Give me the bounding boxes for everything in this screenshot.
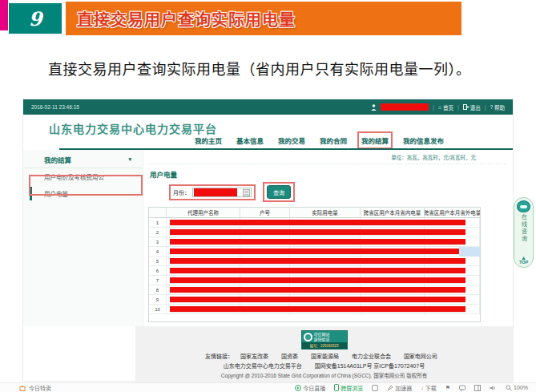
caret-down-icon: ▾ (128, 156, 131, 163)
footer-icp: 国网安备1514A01LP号 京ICP备17072407号 (315, 363, 425, 369)
accent-strip (0, 0, 8, 30)
col-intra-province: 跨省区用户本月省内电量 (361, 208, 425, 218)
window-icon[interactable] (372, 385, 378, 391)
live-stream-item[interactable]: 今日直播 (295, 384, 325, 392)
magnifier-icon (506, 385, 512, 391)
timestamp: 2016-02-11 23:46:15 (31, 104, 79, 110)
browser-status-bar: 今日特卖 今日直播 跨屏浏览 加速器 ↓ 下载 ⚑ (0, 382, 536, 392)
col-extra-province: 跨省区用户本月省外电量 (425, 208, 480, 218)
trusted-site-badge[interactable]: 可信网站 身份验证 编号：229160323 (301, 330, 348, 350)
table-row[interactable]: 5 (149, 257, 480, 266)
table-row[interactable]: 7 (149, 276, 480, 285)
energy-table: 代理用户名称 户号 实际用电量 跨省区用户本月省内电量 跨省区用户本月省外电量 … (148, 207, 481, 322)
friend-links-label: 友情链接： (205, 354, 233, 359)
help-icon: ? (490, 104, 493, 110)
redacted-row-data (170, 268, 465, 274)
nav-my-trade[interactable]: 我的交易 (278, 135, 305, 145)
footer-link-ndrc[interactable]: 国家发改委 (240, 354, 268, 359)
zoom-level: 100% (514, 385, 528, 390)
play-circle-icon (295, 385, 301, 391)
help-link[interactable]: ? 帮助 (490, 103, 505, 111)
redacted-row-data (170, 249, 465, 255)
app-header: 山东电力交易中心电力交易平台 我的主页 基本信息 我的交易 我的合同 我的结算 … (23, 115, 513, 150)
panel-title: 用户电量 (150, 169, 506, 179)
col-agent-user-name: 代理用户名称 (167, 208, 240, 218)
query-button[interactable]: 查询 (267, 185, 291, 199)
daily-sale-item[interactable]: 今日特卖 (19, 384, 51, 392)
download-item[interactable]: ↓ 下载 (421, 384, 437, 392)
table-row[interactable]: 6 (149, 266, 480, 276)
sidebar-item-user-energy[interactable]: 用户电量 (23, 185, 143, 202)
footer-link-sgcc[interactable]: 国家电网公司 (404, 354, 437, 359)
redacted-row-data (170, 220, 465, 226)
footer-copyright: Copyright @ 2010-2016 State Grid Corpora… (135, 371, 513, 379)
accelerator-item[interactable]: 加速器 (387, 384, 412, 392)
app-screenshot: 2016-02-11 23:46:15 | ⌂ 首页 | 退出 | ? 帮助 (22, 99, 514, 382)
col-account-no: 户号 (240, 208, 290, 218)
redacted-row-data (170, 297, 465, 303)
redacted-row-data (170, 287, 465, 293)
nav-my-contract[interactable]: 我的合同 (320, 135, 347, 145)
service-mascot-icon (517, 200, 530, 212)
nav-my-settlement[interactable]: 我的结算 (361, 135, 389, 145)
layout-icon[interactable] (474, 385, 481, 391)
redacted-row-data (170, 277, 465, 284)
col-actual-usage: 实际用电量 (290, 208, 361, 218)
footer-link-cec[interactable]: 电力企业联合会 (352, 354, 391, 359)
sidebar-header[interactable]: 我的结算 ▾ (23, 152, 143, 168)
app-footer: 可信网站 身份验证 编号：229160323 友情链接： 国家发改委 国资委 国… (135, 326, 513, 382)
logout-icon (463, 104, 469, 110)
gift-bag-icon (19, 385, 26, 391)
rocket-icon (387, 385, 393, 391)
flag-icon[interactable]: ⚑ (445, 385, 450, 391)
cross-screen-item[interactable]: 跨屏浏览 (334, 384, 363, 392)
nav-basic-info[interactable]: 基本信息 (236, 135, 264, 145)
table-row[interactable]: 3 (149, 237, 480, 247)
table-header-row: 代理用户名称 户号 实际用电量 跨省区用户本月省内电量 跨省区用户本月省外电量 (149, 208, 480, 218)
home-link[interactable]: ⌂ 首页 (438, 103, 453, 111)
page-zoom-item[interactable]: 100% (506, 385, 528, 391)
nav-my-home[interactable]: 我的主页 (195, 135, 222, 145)
month-input[interactable] (192, 188, 252, 197)
sidebar: 我的结算 ▾ 用户电价及考核费用公 用户电量 (23, 150, 143, 326)
footer-link-sasac[interactable]: 国资委 (281, 354, 298, 359)
badge-number: 编号：229160323 (302, 342, 347, 349)
globe-icon (304, 333, 312, 341)
slide-title: 直接交易用户查询实际用电量 (77, 7, 296, 30)
table-row[interactable]: 9 (149, 295, 480, 305)
footer-site-name: 山东电力交易中心电力交易平台 (224, 363, 302, 369)
redacted-month-value (194, 188, 237, 196)
footer-link-nea[interactable]: 国家能源局 (311, 354, 339, 359)
home-icon: ⌂ (438, 104, 441, 110)
month-label: 月份： (173, 188, 190, 196)
table-row[interactable]: 10 (149, 305, 480, 314)
logout-link[interactable]: 退出 (463, 103, 481, 111)
slide-title-banner: 直接交易用户查询实际用电量 (66, 2, 461, 35)
table-row[interactable]: 8 (149, 285, 480, 295)
month-annotation-box: 月份： (169, 184, 256, 200)
calendar-icon[interactable] (243, 189, 250, 196)
query-annotation-box: 查询 (263, 182, 295, 202)
col-index (149, 208, 167, 218)
sidebar-item-price-publicity[interactable]: 用户电价及考核费用公 (23, 168, 143, 185)
online-service-widget[interactable]: 在线咨询 ▲ TOP (514, 197, 534, 268)
table-filler (149, 314, 480, 321)
redacted-row-data (170, 258, 465, 265)
back-to-top-button[interactable]: ▲ TOP (519, 255, 528, 265)
slide-number: 9 (9, 3, 62, 34)
units-note: 单位：兆瓦，兆瓦时，元/兆瓦时，元 (148, 150, 506, 164)
table-row[interactable]: 2 (149, 228, 480, 237)
redacted-row-data (170, 229, 465, 236)
speaker-icon[interactable] (490, 385, 497, 391)
table-row-selected[interactable]: 4 (149, 247, 480, 257)
download-icon: ↓ (421, 385, 424, 390)
nav-my-info-publish[interactable]: 我的信息发布 (403, 135, 444, 145)
platform-logo: 山东电力交易中心电力交易平台 (49, 120, 217, 136)
user-icon (371, 104, 377, 111)
redacted-row-data (170, 306, 465, 313)
chat-icon[interactable] (459, 385, 465, 391)
phone-icon (334, 384, 339, 391)
friend-links: 友情链接： 国家发改委 国资委 国家能源局 电力企业联合会 国家电网公司 (135, 352, 513, 360)
query-form: 月份： 查询 (169, 182, 506, 202)
table-row[interactable]: 1 (149, 218, 480, 228)
